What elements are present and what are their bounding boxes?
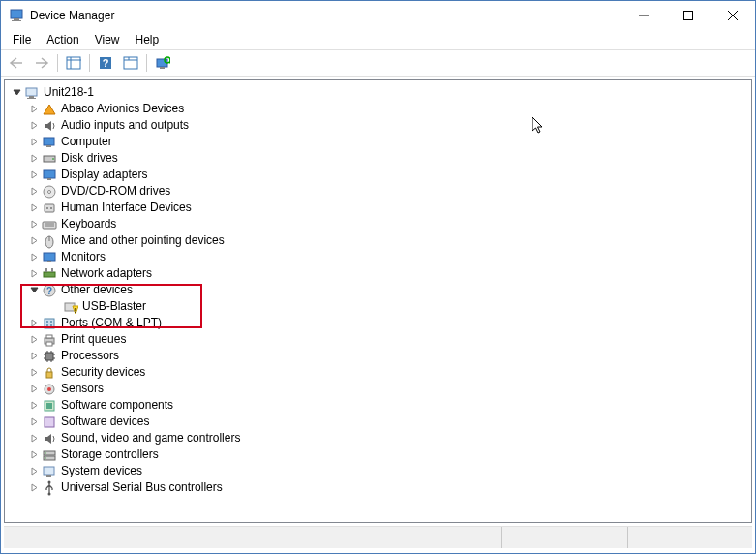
svg-point-77 bbox=[48, 492, 51, 495]
maximize-button[interactable] bbox=[666, 1, 711, 30]
expander-icon[interactable] bbox=[26, 168, 42, 183]
scan-hardware-button[interactable] bbox=[151, 52, 174, 74]
svg-rect-68 bbox=[46, 403, 52, 409]
expander-icon[interactable] bbox=[26, 332, 42, 348]
forward-button[interactable] bbox=[30, 52, 53, 74]
svg-rect-27 bbox=[47, 178, 51, 180]
toolbar: ? bbox=[1, 49, 755, 77]
svg-rect-75 bbox=[46, 475, 51, 477]
minimize-button[interactable] bbox=[621, 1, 666, 30]
tree-category[interactable]: Security devices bbox=[5, 364, 751, 381]
svg-point-29 bbox=[48, 190, 51, 193]
show-hide-tree-button[interactable] bbox=[62, 52, 85, 74]
tree-category[interactable]: Human Interface Devices bbox=[5, 200, 751, 216]
category-icon bbox=[42, 365, 57, 381]
category-icon bbox=[42, 151, 57, 167]
status-pane bbox=[627, 527, 753, 548]
svg-point-72 bbox=[45, 452, 46, 454]
tree-category[interactable]: Universal Serial Bus controllers bbox=[5, 479, 751, 496]
category-icon bbox=[42, 415, 57, 430]
expander-icon[interactable] bbox=[26, 316, 42, 331]
tree-category[interactable]: DVD/CD-ROM drives bbox=[5, 183, 751, 200]
tree-category[interactable]: Display adapters bbox=[5, 167, 751, 183]
expander-icon[interactable] bbox=[26, 118, 42, 134]
category-icon bbox=[42, 233, 57, 249]
expander-icon[interactable] bbox=[26, 200, 42, 216]
tree-category[interactable]: Abaco Avionics Devices bbox=[5, 101, 751, 117]
app-icon bbox=[9, 8, 24, 23]
expander-icon[interactable] bbox=[26, 250, 42, 265]
tree-label: Disk drives bbox=[61, 150, 118, 167]
tree-category[interactable]: Software components bbox=[5, 397, 751, 414]
tree-category[interactable]: Storage controllers bbox=[5, 446, 751, 463]
svg-point-25 bbox=[52, 158, 54, 160]
expander-icon[interactable] bbox=[26, 382, 42, 397]
back-button[interactable] bbox=[5, 52, 28, 74]
category-icon bbox=[42, 382, 57, 397]
tree-category[interactable]: Mice and other pointing devices bbox=[5, 232, 751, 249]
expander-icon[interactable] bbox=[26, 398, 42, 414]
tree-category[interactable]: Audio inputs and outputs bbox=[5, 117, 751, 134]
expander-icon[interactable] bbox=[26, 184, 42, 200]
expander-spacer bbox=[47, 299, 63, 315]
expander-icon[interactable] bbox=[9, 85, 24, 101]
svg-rect-7 bbox=[67, 57, 80, 69]
expander-icon[interactable] bbox=[26, 135, 42, 150]
expander-icon[interactable] bbox=[26, 349, 42, 364]
tree-category[interactable]: Software devices bbox=[5, 414, 751, 430]
tree-category[interactable]: ?Other devices bbox=[5, 282, 751, 298]
toolbar-separator bbox=[146, 54, 147, 72]
expander-icon[interactable] bbox=[26, 283, 42, 298]
svg-point-66 bbox=[47, 387, 51, 391]
tree-category[interactable]: Print queues bbox=[5, 331, 751, 348]
svg-point-48 bbox=[46, 321, 48, 323]
category-icon bbox=[42, 250, 57, 265]
tree-category[interactable]: Sound, video and game controllers bbox=[5, 430, 751, 446]
tree-label: Monitors bbox=[61, 249, 106, 265]
category-icon bbox=[42, 200, 57, 216]
tree-category[interactable]: Keyboards bbox=[5, 216, 751, 232]
tree-label: Storage controllers bbox=[61, 446, 159, 463]
menu-view[interactable]: View bbox=[87, 31, 128, 48]
tree-device[interactable]: !USB-Blaster bbox=[5, 298, 751, 315]
expander-icon[interactable] bbox=[26, 480, 42, 496]
expander-icon[interactable] bbox=[26, 233, 42, 249]
expander-icon[interactable] bbox=[26, 447, 42, 463]
expander-icon[interactable] bbox=[26, 415, 42, 430]
tree-category[interactable]: Computer bbox=[5, 134, 751, 150]
tree-label: Keyboards bbox=[61, 216, 116, 232]
svg-rect-41 bbox=[45, 268, 47, 272]
properties-button[interactable] bbox=[119, 52, 142, 74]
close-button[interactable] bbox=[711, 1, 755, 30]
expander-icon[interactable] bbox=[26, 151, 42, 167]
status-pane bbox=[4, 527, 501, 548]
category-icon bbox=[42, 118, 57, 134]
menu-help[interactable]: Help bbox=[128, 31, 167, 48]
tree-label: Mice and other pointing devices bbox=[61, 232, 225, 249]
svg-rect-42 bbox=[51, 268, 53, 272]
tree-category[interactable]: Monitors bbox=[5, 249, 751, 265]
svg-point-73 bbox=[45, 457, 46, 459]
expander-icon[interactable] bbox=[26, 102, 42, 117]
expander-icon[interactable] bbox=[26, 464, 42, 479]
tree-category[interactable]: Sensors bbox=[5, 381, 751, 397]
tree-category[interactable]: Ports (COM & LPT) bbox=[5, 315, 751, 331]
expander-icon[interactable] bbox=[26, 431, 42, 446]
menu-file[interactable]: File bbox=[5, 31, 39, 48]
tree-root[interactable]: Unit218-1 bbox=[5, 84, 751, 101]
tree-category[interactable]: Network adapters bbox=[5, 265, 751, 282]
expander-icon[interactable] bbox=[26, 217, 42, 232]
help-button[interactable]: ? bbox=[94, 52, 117, 74]
tree-category[interactable]: Disk drives bbox=[5, 150, 751, 167]
svg-rect-69 bbox=[45, 417, 54, 427]
svg-rect-74 bbox=[44, 467, 54, 475]
device-warning-icon: ! bbox=[63, 299, 78, 315]
tree-category[interactable]: System devices bbox=[5, 463, 751, 479]
tree-label: Software devices bbox=[61, 414, 149, 430]
expander-icon[interactable] bbox=[26, 266, 42, 282]
tree-label: DVD/CD-ROM drives bbox=[61, 183, 170, 200]
tree-category[interactable]: Processors bbox=[5, 348, 751, 364]
device-tree[interactable]: Unit218-1 Abaco Avionics DevicesAudio in… bbox=[4, 79, 752, 523]
menu-action[interactable]: Action bbox=[39, 31, 86, 48]
expander-icon[interactable] bbox=[26, 365, 42, 381]
